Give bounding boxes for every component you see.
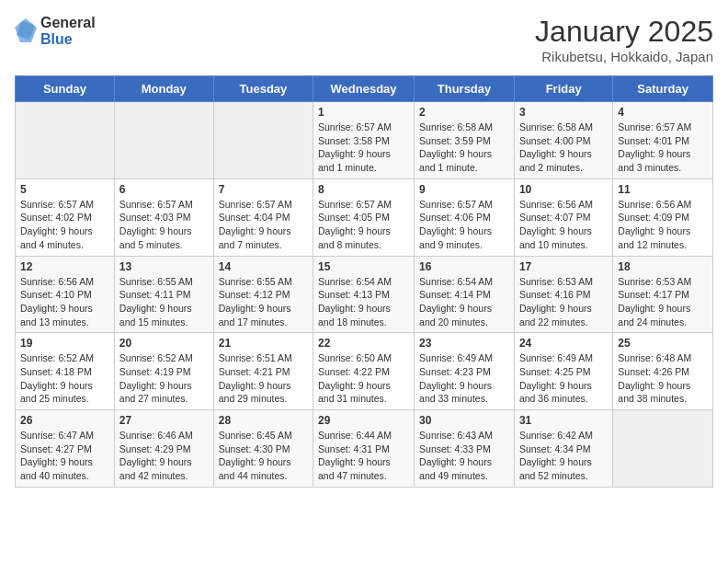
day-info: Sunrise: 6:42 AMSunset: 4:34 PMDaylight:… bbox=[519, 429, 608, 483]
day-info: Sunrise: 6:55 AMSunset: 4:11 PMDaylight:… bbox=[119, 275, 209, 329]
day-info: Sunrise: 6:47 AMSunset: 4:27 PMDaylight:… bbox=[20, 429, 109, 483]
calendar-cell: 2Sunrise: 6:58 AMSunset: 3:59 PMDaylight… bbox=[415, 102, 515, 179]
weekday-header-monday: Monday bbox=[114, 76, 213, 102]
svg-marker-2 bbox=[15, 18, 37, 42]
weekday-header-saturday: Saturday bbox=[613, 76, 713, 102]
weekday-header-tuesday: Tuesday bbox=[213, 76, 313, 102]
day-info: Sunrise: 6:57 AMSunset: 4:06 PMDaylight:… bbox=[419, 198, 509, 252]
calendar-cell: 19Sunrise: 6:52 AMSunset: 4:18 PMDayligh… bbox=[16, 333, 115, 410]
day-info: Sunrise: 6:57 AMSunset: 4:04 PMDaylight:… bbox=[219, 198, 308, 252]
calendar-cell: 24Sunrise: 6:49 AMSunset: 4:25 PMDayligh… bbox=[514, 333, 612, 410]
day-info: Sunrise: 6:53 AMSunset: 4:16 PMDaylight:… bbox=[519, 275, 608, 329]
calendar-cell: 25Sunrise: 6:48 AMSunset: 4:26 PMDayligh… bbox=[613, 333, 713, 410]
calendar-cell: 18Sunrise: 6:53 AMSunset: 4:17 PMDayligh… bbox=[613, 256, 713, 333]
weekday-row: SundayMondayTuesdayWednesdayThursdayFrid… bbox=[16, 76, 713, 102]
day-info: Sunrise: 6:46 AMSunset: 4:29 PMDaylight:… bbox=[119, 429, 209, 483]
day-number: 11 bbox=[618, 183, 708, 196]
calendar-cell: 10Sunrise: 6:56 AMSunset: 4:07 PMDayligh… bbox=[514, 178, 612, 256]
day-info: Sunrise: 6:52 AMSunset: 4:19 PMDaylight:… bbox=[119, 351, 209, 406]
day-info: Sunrise: 6:55 AMSunset: 4:12 PMDaylight:… bbox=[219, 275, 308, 329]
calendar-cell: 14Sunrise: 6:55 AMSunset: 4:12 PMDayligh… bbox=[213, 256, 313, 333]
day-info: Sunrise: 6:54 AMSunset: 4:13 PMDaylight:… bbox=[318, 275, 409, 329]
calendar-cell: 22Sunrise: 6:50 AMSunset: 4:22 PMDayligh… bbox=[313, 333, 415, 410]
day-number: 17 bbox=[519, 260, 608, 273]
calendar-cell: 20Sunrise: 6:52 AMSunset: 4:19 PMDayligh… bbox=[114, 333, 213, 410]
logo-icon bbox=[15, 18, 37, 44]
day-info: Sunrise: 6:48 AMSunset: 4:26 PMDaylight:… bbox=[618, 351, 708, 406]
day-info: Sunrise: 6:56 AMSunset: 4:07 PMDaylight:… bbox=[519, 198, 608, 252]
calendar-cell: 21Sunrise: 6:51 AMSunset: 4:21 PMDayligh… bbox=[213, 333, 313, 410]
calendar-week-1: 1Sunrise: 6:57 AMSunset: 3:58 PMDaylight… bbox=[16, 102, 713, 179]
day-number: 23 bbox=[419, 337, 509, 350]
calendar-cell: 23Sunrise: 6:49 AMSunset: 4:23 PMDayligh… bbox=[415, 333, 515, 410]
calendar-cell: 11Sunrise: 6:56 AMSunset: 4:09 PMDayligh… bbox=[613, 178, 713, 256]
calendar-cell: 12Sunrise: 6:56 AMSunset: 4:10 PMDayligh… bbox=[16, 256, 115, 333]
weekday-header-thursday: Thursday bbox=[415, 76, 515, 102]
day-number: 24 bbox=[519, 337, 608, 350]
day-info: Sunrise: 6:52 AMSunset: 4:18 PMDaylight:… bbox=[20, 351, 109, 406]
calendar-cell: 9Sunrise: 6:57 AMSunset: 4:06 PMDaylight… bbox=[415, 178, 515, 256]
calendar-cell: 4Sunrise: 6:57 AMSunset: 4:01 PMDaylight… bbox=[613, 102, 713, 179]
day-info: Sunrise: 6:56 AMSunset: 4:09 PMDaylight:… bbox=[618, 198, 708, 252]
day-number: 19 bbox=[20, 337, 109, 350]
day-number: 14 bbox=[219, 260, 308, 273]
day-info: Sunrise: 6:45 AMSunset: 4:30 PMDaylight:… bbox=[219, 429, 308, 483]
calendar-cell: 30Sunrise: 6:43 AMSunset: 4:33 PMDayligh… bbox=[415, 410, 515, 488]
day-number: 5 bbox=[20, 183, 109, 196]
calendar-cell: 3Sunrise: 6:58 AMSunset: 4:00 PMDaylight… bbox=[514, 102, 612, 179]
calendar-cell: 5Sunrise: 6:57 AMSunset: 4:02 PMDaylight… bbox=[16, 178, 115, 256]
calendar-cell: 29Sunrise: 6:44 AMSunset: 4:31 PMDayligh… bbox=[313, 410, 415, 488]
calendar-cell bbox=[213, 102, 313, 179]
logo-blue: Blue bbox=[40, 31, 96, 48]
day-info: Sunrise: 6:44 AMSunset: 4:31 PMDaylight:… bbox=[318, 429, 409, 483]
day-number: 4 bbox=[618, 106, 708, 119]
day-info: Sunrise: 6:58 AMSunset: 3:59 PMDaylight:… bbox=[419, 121, 509, 175]
calendar-week-4: 19Sunrise: 6:52 AMSunset: 4:18 PMDayligh… bbox=[16, 333, 713, 410]
day-number: 13 bbox=[119, 260, 209, 273]
weekday-header-sunday: Sunday bbox=[16, 76, 115, 102]
day-info: Sunrise: 6:51 AMSunset: 4:21 PMDaylight:… bbox=[219, 351, 308, 406]
day-info: Sunrise: 6:57 AMSunset: 4:03 PMDaylight:… bbox=[119, 198, 209, 252]
calendar-cell: 31Sunrise: 6:42 AMSunset: 4:34 PMDayligh… bbox=[514, 410, 612, 488]
day-number: 1 bbox=[318, 106, 409, 119]
calendar-cell bbox=[613, 410, 713, 488]
calendar-cell: 28Sunrise: 6:45 AMSunset: 4:30 PMDayligh… bbox=[213, 410, 313, 488]
day-number: 22 bbox=[318, 337, 409, 350]
day-number: 8 bbox=[318, 183, 409, 196]
month-title: January 2025 bbox=[535, 15, 713, 49]
title-block: January 2025 Rikubetsu, Hokkaido, Japan bbox=[535, 15, 713, 64]
day-number: 26 bbox=[20, 414, 109, 427]
logo: General Blue bbox=[15, 15, 96, 47]
weekday-header-wednesday: Wednesday bbox=[313, 76, 415, 102]
location: Rikubetsu, Hokkaido, Japan bbox=[535, 49, 713, 64]
day-info: Sunrise: 6:49 AMSunset: 4:23 PMDaylight:… bbox=[419, 351, 509, 406]
calendar-cell: 8Sunrise: 6:57 AMSunset: 4:05 PMDaylight… bbox=[313, 178, 415, 256]
page-header: General Blue January 2025 Rikubetsu, Hok… bbox=[15, 15, 713, 64]
day-number: 20 bbox=[119, 337, 209, 350]
day-info: Sunrise: 6:57 AMSunset: 4:01 PMDaylight:… bbox=[618, 121, 708, 175]
day-number: 29 bbox=[318, 414, 409, 427]
calendar-cell: 26Sunrise: 6:47 AMSunset: 4:27 PMDayligh… bbox=[16, 410, 115, 488]
calendar-week-2: 5Sunrise: 6:57 AMSunset: 4:02 PMDaylight… bbox=[16, 178, 713, 256]
calendar-cell: 1Sunrise: 6:57 AMSunset: 3:58 PMDaylight… bbox=[313, 102, 415, 179]
day-number: 27 bbox=[119, 414, 209, 427]
calendar-week-3: 12Sunrise: 6:56 AMSunset: 4:10 PMDayligh… bbox=[16, 256, 713, 333]
day-info: Sunrise: 6:49 AMSunset: 4:25 PMDaylight:… bbox=[519, 351, 608, 406]
calendar-table: SundayMondayTuesdayWednesdayThursdayFrid… bbox=[15, 75, 713, 488]
day-info: Sunrise: 6:54 AMSunset: 4:14 PMDaylight:… bbox=[419, 275, 509, 329]
logo-general: General bbox=[40, 15, 96, 31]
day-number: 31 bbox=[519, 414, 608, 427]
calendar-cell: 17Sunrise: 6:53 AMSunset: 4:16 PMDayligh… bbox=[514, 256, 612, 333]
day-number: 10 bbox=[519, 183, 608, 196]
day-number: 16 bbox=[419, 260, 509, 273]
calendar-cell bbox=[16, 102, 115, 179]
day-number: 15 bbox=[318, 260, 409, 273]
day-info: Sunrise: 6:56 AMSunset: 4:10 PMDaylight:… bbox=[20, 275, 109, 329]
calendar-cell: 15Sunrise: 6:54 AMSunset: 4:13 PMDayligh… bbox=[313, 256, 415, 333]
day-number: 3 bbox=[519, 106, 608, 119]
day-number: 21 bbox=[219, 337, 308, 350]
calendar-body: 1Sunrise: 6:57 AMSunset: 3:58 PMDaylight… bbox=[16, 102, 713, 488]
day-info: Sunrise: 6:53 AMSunset: 4:17 PMDaylight:… bbox=[618, 275, 708, 329]
day-number: 18 bbox=[618, 260, 708, 273]
day-number: 25 bbox=[618, 337, 708, 350]
